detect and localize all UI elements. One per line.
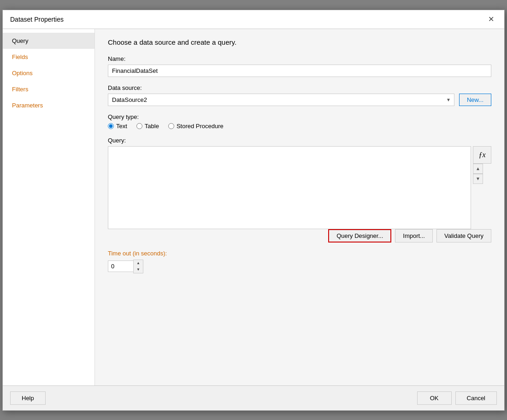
datasource-select-wrapper: DataSource2 ▼ [108,94,454,106]
section-description: Choose a data source and create a query. [108,38,491,46]
fx-button[interactable]: ƒx [473,146,491,164]
sidebar-item-query[interactable]: Query [3,33,94,49]
dialog-title: Dataset Properties [10,16,64,23]
spinner-up-button[interactable]: ▲ [134,260,143,266]
sidebar-item-parameters[interactable]: Parameters [3,97,94,113]
footer-right: OK Cancel [417,391,497,405]
radio-text-label[interactable]: Text [108,123,127,130]
close-button[interactable]: ✕ [485,15,497,24]
dialog-body: Query Fields Options Filters Parameters … [3,29,504,385]
datasource-label: Data source: [108,84,491,91]
datasource-section: Data source: DataSource2 ▼ New... [108,84,491,106]
datasource-row: DataSource2 ▼ New... [108,94,491,106]
datasource-select[interactable]: DataSource2 [108,94,454,106]
name-label: Name: [108,55,491,62]
query-side-buttons: ƒx ▲ ▼ [473,146,491,184]
validate-query-button[interactable]: Validate Query [436,229,491,243]
timeout-input[interactable] [108,260,133,272]
timeout-label: Time out (in seconds): [108,250,491,257]
query-textarea[interactable] [108,146,471,229]
dataset-properties-dialog: Dataset Properties ✕ Query Fields Option… [2,10,505,411]
query-type-label: Query type: [108,113,491,120]
query-type-radio-group: Text Table Stored Procedure [108,123,491,130]
cancel-button[interactable]: Cancel [455,391,497,405]
radio-stored-procedure-label[interactable]: Stored Procedure [168,123,224,130]
scroll-down-button[interactable]: ▼ [473,174,483,184]
timeout-section: Time out (in seconds): ▲ ▼ [108,250,491,273]
radio-stored-input[interactable] [168,123,174,129]
radio-table-input[interactable] [136,123,142,129]
ok-button[interactable]: OK [417,391,452,405]
name-section: Name: [108,55,491,77]
help-button[interactable]: Help [10,391,46,405]
query-type-section: Query type: Text Table Stored Procedure [108,113,491,130]
sidebar-item-fields[interactable]: Fields [3,49,94,65]
sidebar: Query Fields Options Filters Parameters [3,29,95,385]
main-content: Choose a data source and create a query.… [95,29,504,385]
radio-text-label-text: Text [116,123,127,130]
dialog-footer: Help OK Cancel [3,385,504,410]
import-button[interactable]: Import... [395,229,433,243]
query-bottom-buttons: Query Designer... Import... Validate Que… [108,229,491,243]
timeout-spinner-wrapper: ▲ ▼ [108,260,491,273]
scroll-up-button[interactable]: ▲ [473,164,483,174]
sidebar-item-options[interactable]: Options [3,65,94,81]
spinner-buttons: ▲ ▼ [133,260,143,273]
radio-table-label-text: Table [145,123,159,130]
query-area-wrapper: ƒx ▲ ▼ [108,146,491,229]
query-label: Query: [108,137,491,144]
new-button[interactable]: New... [459,94,491,106]
query-section: Query: ƒx ▲ ▼ Query Designer... Import..… [108,137,491,243]
radio-table-label[interactable]: Table [136,123,159,130]
radio-text-input[interactable] [108,123,114,129]
title-bar: Dataset Properties ✕ [3,10,504,29]
name-input[interactable] [108,65,491,77]
spinner-down-button[interactable]: ▼ [134,266,143,273]
radio-stored-label-text: Stored Procedure [177,123,224,130]
query-designer-button[interactable]: Query Designer... [328,229,391,243]
sidebar-item-filters[interactable]: Filters [3,81,94,97]
